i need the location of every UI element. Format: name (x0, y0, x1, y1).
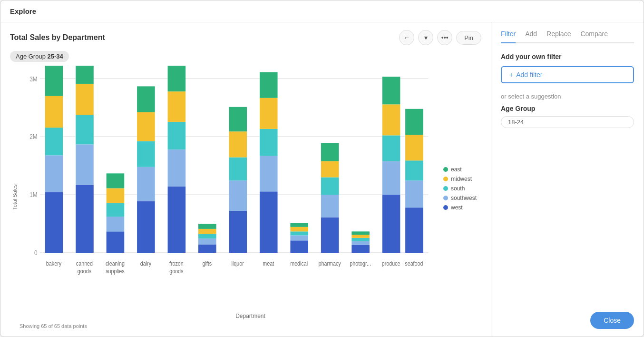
legend-item-southwest: southwest (443, 195, 477, 201)
svg-rect-57 (260, 72, 278, 98)
svg-rect-18 (76, 66, 94, 84)
svg-rect-16 (76, 115, 94, 144)
legend-dot-west (443, 205, 448, 210)
svg-rect-38 (168, 66, 186, 91)
svg-text:goods: goods (78, 268, 91, 275)
chart-area: Total Sales 3M 2M (10, 66, 481, 329)
svg-rect-56 (260, 98, 278, 129)
svg-rect-24 (107, 188, 125, 203)
svg-rect-83 (405, 208, 423, 253)
legend-dot-east (443, 167, 448, 172)
svg-rect-15 (76, 144, 94, 185)
svg-text:3M: 3M (29, 75, 37, 83)
add-filter-title: Add your own filter (501, 53, 634, 60)
svg-text:photogr...: photogr... (350, 260, 371, 268)
pin-button[interactable]: Pin (456, 31, 481, 45)
svg-rect-14 (76, 185, 94, 253)
svg-rect-51 (229, 107, 247, 132)
main-content: Total Sales by Department ← ▾ ••• Pin Ag… (0, 22, 644, 337)
svg-rect-28 (137, 201, 155, 253)
chart-section: Total Sales by Department ← ▾ ••• Pin Ag… (0, 22, 491, 337)
svg-rect-9 (45, 155, 63, 192)
svg-rect-84 (405, 180, 423, 208)
legend-label-midwest: midwest (451, 176, 472, 182)
add-filter-label: Add filter (516, 71, 542, 79)
app-title: Explore (10, 7, 36, 15)
svg-rect-29 (137, 167, 155, 201)
legend-dot-southwest (443, 196, 448, 200)
tab-compare[interactable]: Compare (580, 30, 608, 43)
data-points-count: Showing 65 of 65 data points (20, 323, 481, 329)
svg-rect-25 (107, 173, 125, 188)
legend-dot-midwest (443, 177, 448, 181)
svg-rect-43 (198, 234, 216, 238)
close-button[interactable]: Close (590, 312, 634, 329)
svg-rect-85 (405, 160, 423, 180)
bars-container: 3M 2M 1M 0 (20, 66, 439, 311)
svg-rect-77 (382, 195, 400, 253)
svg-rect-11 (45, 96, 63, 128)
app-window: Explore Total Sales by Department ← ▾ ••… (0, 0, 644, 337)
svg-text:dairy: dairy (140, 260, 152, 268)
svg-rect-78 (382, 161, 400, 195)
legend-label-west: west (451, 204, 463, 211)
svg-rect-21 (107, 231, 125, 253)
svg-text:medical: medical (290, 260, 308, 268)
panel-tabs: Filter Add Replace Compare (501, 30, 634, 43)
chart-with-legend: 3M 2M 1M 0 (20, 66, 481, 311)
y-axis-label: Total Sales (10, 66, 20, 329)
svg-rect-17 (76, 84, 94, 115)
svg-text:bakery: bakery (46, 260, 62, 268)
svg-rect-68 (321, 161, 339, 178)
legend-item-midwest: midwest (443, 176, 477, 182)
svg-text:1M: 1M (29, 191, 37, 199)
dropdown-button[interactable]: ▾ (418, 30, 433, 45)
suggestion-chip-18-24[interactable]: 18-24 (501, 116, 634, 128)
svg-rect-54 (260, 156, 278, 192)
chart-legend: east midwest south (439, 66, 481, 311)
svg-text:liquor: liquor (232, 260, 244, 268)
add-filter-button[interactable]: + Add filter (501, 66, 634, 83)
svg-rect-48 (229, 180, 247, 211)
svg-rect-75 (351, 231, 370, 235)
svg-rect-49 (229, 157, 247, 180)
svg-text:seafood: seafood (405, 260, 423, 268)
chart-header: Total Sales by Department ← ▾ ••• Pin (10, 30, 481, 45)
close-btn-container: Close (501, 304, 634, 329)
svg-rect-72 (351, 241, 370, 245)
suggestion-group-title: Age Group (501, 105, 634, 112)
back-button[interactable]: ← (399, 30, 414, 45)
svg-rect-60 (290, 235, 308, 240)
tab-filter[interactable]: Filter (501, 30, 516, 43)
svg-rect-8 (45, 192, 63, 253)
legend-label-southwest: southwest (451, 195, 477, 201)
svg-rect-55 (260, 129, 278, 156)
svg-rect-41 (198, 244, 216, 253)
svg-rect-79 (382, 135, 400, 161)
svg-rect-31 (137, 112, 155, 141)
svg-rect-59 (290, 240, 308, 253)
right-panel: Filter Add Replace Compare Add your own … (491, 22, 644, 337)
svg-rect-53 (260, 191, 278, 253)
legend-item-south: south (443, 185, 477, 192)
svg-rect-65 (321, 217, 339, 253)
svg-rect-74 (351, 235, 370, 238)
chart-inner: 3M 2M 1M 0 (20, 66, 481, 329)
or-select-suggestion-label: or select a suggestion (501, 93, 634, 100)
svg-rect-73 (351, 238, 370, 241)
tab-replace[interactable]: Replace (546, 30, 571, 43)
plus-icon: + (509, 71, 513, 79)
more-button[interactable]: ••• (437, 30, 452, 45)
svg-rect-50 (229, 131, 247, 157)
svg-rect-71 (351, 245, 370, 253)
svg-rect-45 (198, 224, 216, 229)
svg-text:goods: goods (169, 268, 183, 275)
tab-add[interactable]: Add (525, 30, 537, 43)
chart-title: Total Sales by Department (10, 33, 105, 42)
svg-rect-44 (198, 229, 216, 234)
svg-rect-69 (321, 143, 339, 161)
filter-badge[interactable]: Age Group 25-34 (10, 51, 69, 62)
svg-text:produce: produce (382, 260, 400, 268)
svg-rect-37 (168, 91, 186, 122)
svg-rect-12 (45, 66, 63, 96)
